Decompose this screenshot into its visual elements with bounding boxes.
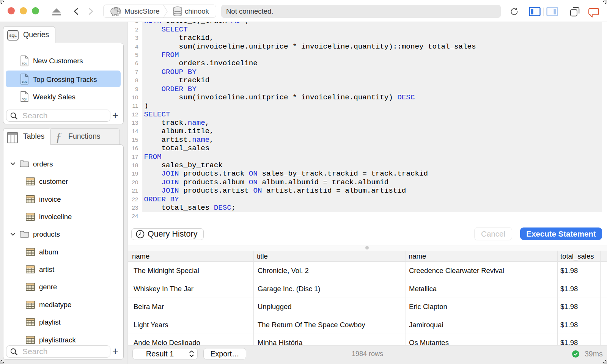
svg-text:SQL: SQL	[22, 62, 28, 65]
svg-text:SQL: SQL	[22, 98, 28, 101]
svg-text:SQL: SQL	[9, 33, 17, 38]
svg-text:SQL: SQL	[22, 80, 28, 83]
